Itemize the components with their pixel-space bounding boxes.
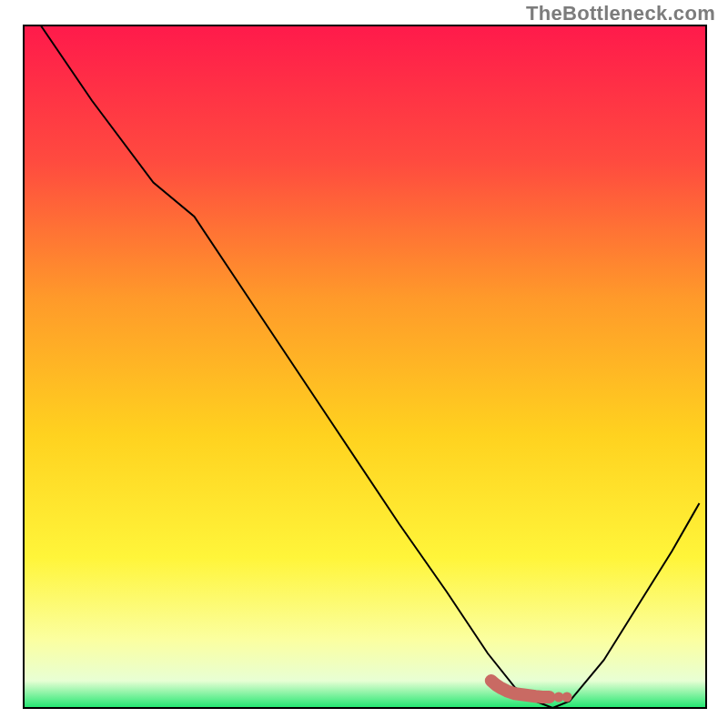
gradient-background (24, 25, 706, 708)
bottleneck-chart (0, 0, 728, 728)
selected-range-dot (562, 693, 572, 703)
chart-canvas: TheBottleneck.com (0, 0, 728, 728)
